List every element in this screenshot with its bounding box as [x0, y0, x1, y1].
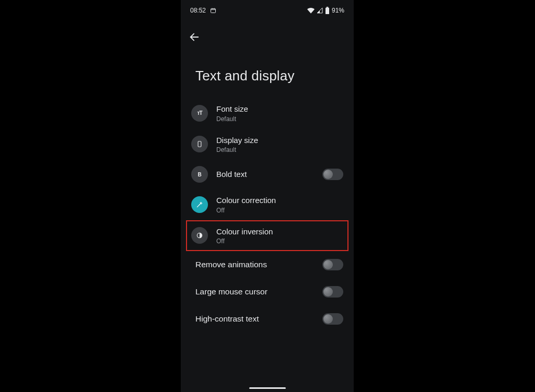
row-text: Display size Default	[216, 135, 343, 154]
toggle-bold-text[interactable]	[322, 169, 343, 180]
nav-pill[interactable]	[249, 387, 286, 389]
row-sub: Default	[216, 146, 343, 153]
row-trailing	[322, 259, 343, 270]
status-right: 91%	[307, 7, 344, 14]
row-trailing	[322, 313, 343, 325]
top-app-bar	[181, 18, 354, 48]
row-label: Font size	[216, 104, 343, 114]
status-left: 08:52	[190, 7, 216, 14]
row-label: Remove animations	[195, 259, 318, 270]
row-text: Remove animations	[195, 259, 318, 270]
wifi-icon	[307, 7, 315, 14]
svg-rect-0	[211, 9, 216, 13]
display-size-icon	[191, 136, 208, 152]
svg-rect-4	[327, 7, 329, 8]
svg-rect-7	[198, 141, 201, 147]
row-text: Large mouse cursor	[195, 287, 318, 297]
toggle-high-contrast-text[interactable]	[322, 313, 343, 325]
row-label: Colour correction	[216, 195, 343, 206]
row-text: High-contrast text	[195, 314, 318, 324]
page-title: Text and display	[181, 48, 354, 90]
row-label: Display size	[216, 135, 343, 146]
battery-percent: 91%	[332, 7, 344, 14]
signal-icon	[317, 7, 323, 14]
row-display-size[interactable]: Display size Default	[186, 129, 348, 160]
row-label: Bold text	[216, 169, 318, 180]
row-label: Colour inversion	[216, 227, 343, 237]
row-colour-correction[interactable]: Colour correction Off	[186, 189, 348, 220]
row-bold-text[interactable]: B Bold text	[186, 160, 348, 189]
row-text: Bold text	[216, 169, 318, 180]
row-trailing	[322, 169, 343, 180]
row-label: Large mouse cursor	[195, 287, 318, 297]
row-text: Colour inversion Off	[216, 227, 343, 245]
row-high-contrast-text[interactable]: High-contrast text	[186, 305, 348, 332]
stage: 08:52	[0, 0, 535, 392]
row-trailing	[322, 286, 343, 298]
svg-rect-5	[325, 8, 329, 14]
row-sub: Default	[216, 115, 343, 123]
row-remove-animations[interactable]: Remove animations	[186, 251, 348, 278]
row-font-size[interactable]: тT Font size Default	[186, 98, 348, 129]
row-text: Colour correction Off	[216, 195, 343, 214]
status-bar: 08:52	[181, 3, 354, 18]
bold-icon: B	[191, 166, 208, 183]
toggle-remove-animations[interactable]	[322, 259, 343, 270]
status-time: 08:52	[190, 7, 206, 14]
row-text: Font size Default	[216, 104, 343, 123]
toggle-large-mouse-cursor[interactable]	[322, 286, 343, 298]
row-colour-inversion[interactable]: Colour inversion Off	[186, 220, 348, 252]
row-label: High-contrast text	[195, 314, 318, 324]
back-button[interactable]	[184, 27, 205, 48]
nav-bar	[181, 387, 354, 389]
phone-frame: 08:52	[181, 0, 354, 392]
battery-icon	[325, 7, 330, 14]
contrast-icon	[191, 227, 208, 244]
row-sub: Off	[216, 207, 343, 214]
calendar-icon	[210, 7, 216, 14]
settings-list: тT Font size Default Display size Defaul…	[181, 90, 354, 332]
row-large-mouse-cursor[interactable]: Large mouse cursor	[186, 278, 348, 305]
text-size-icon: тT	[191, 105, 208, 122]
eyedropper-icon	[191, 196, 208, 213]
arrow-left-icon	[189, 31, 200, 44]
row-sub: Off	[216, 237, 343, 245]
